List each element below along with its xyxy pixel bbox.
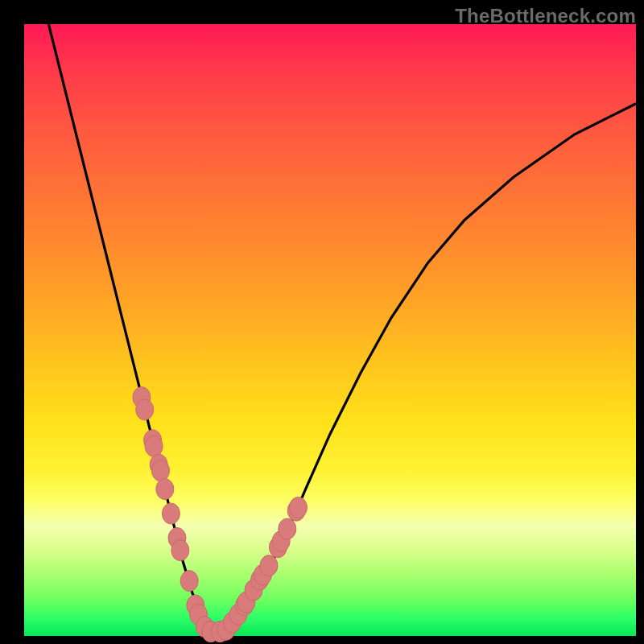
marker-group — [133, 387, 308, 642]
data-marker — [152, 460, 170, 481]
data-marker — [156, 479, 174, 500]
data-marker — [290, 497, 308, 518]
bottleneck-chart: TheBottleneck.com — [0, 0, 644, 644]
data-marker — [145, 436, 163, 456]
bottleneck-curve-path — [48, 24, 636, 633]
data-marker — [260, 555, 278, 576]
data-marker — [162, 503, 180, 524]
data-marker — [279, 518, 296, 539]
plot-area — [24, 24, 636, 636]
chart-svg — [24, 24, 636, 636]
data-marker — [136, 399, 154, 420]
data-marker — [180, 571, 198, 592]
data-marker — [171, 540, 189, 561]
